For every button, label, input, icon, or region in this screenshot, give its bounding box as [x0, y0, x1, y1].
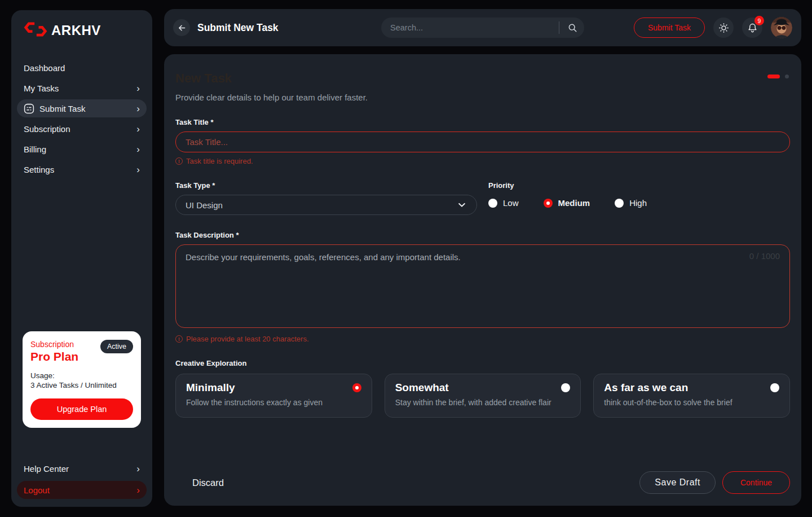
brand-name: ARKHV: [51, 23, 101, 38]
notifications-button[interactable]: 9: [742, 17, 762, 38]
back-button[interactable]: [173, 19, 190, 36]
continue-button[interactable]: Continue: [722, 471, 790, 494]
priority-option-medium[interactable]: Medium: [544, 198, 590, 208]
priority-option-low[interactable]: Low: [488, 198, 519, 208]
task-description-input[interactable]: [175, 244, 790, 328]
creative-option-minimally[interactable]: Minimally Follow the instructions exactl…: [175, 374, 372, 418]
subscription-card-title: Subscription: [30, 340, 78, 349]
chevron-right-icon: ›: [136, 104, 140, 113]
task-type-label: Task Type *: [175, 181, 477, 190]
sidebar-footer: Help Center › Logout ›: [17, 459, 147, 499]
discard-button[interactable]: Discard: [192, 477, 224, 488]
usage-value: 3 Active Tasks / Unlimited: [30, 381, 133, 389]
priority-options: Low Medium High: [488, 198, 790, 208]
sidebar-item-help-center[interactable]: Help Center ›: [17, 459, 147, 477]
radio-icon[interactable]: [770, 383, 779, 392]
radio-icon[interactable]: [488, 199, 497, 208]
alert-icon: !: [175, 157, 183, 165]
chevron-right-icon: ›: [136, 485, 140, 495]
sidebar-item-logout[interactable]: Logout ›: [17, 481, 147, 499]
sidebar-item-my-tasks[interactable]: My Tasks ›: [17, 79, 147, 97]
task-form-card: New Task Provide clear details to help o…: [164, 54, 801, 506]
priority-label: Priority: [488, 181, 790, 190]
radio-selected-icon[interactable]: [352, 383, 361, 392]
creative-option-as-far-as-we-can[interactable]: As far as we can think out-of-the-box to…: [593, 374, 790, 418]
checklist-icon: [24, 103, 34, 114]
task-type-selected-value: UI Design: [186, 200, 223, 210]
usage-label: Usage:: [30, 371, 133, 380]
sidebar-item-subscription[interactable]: Subscription ›: [17, 120, 147, 138]
page-title: Submit New Task: [197, 22, 279, 34]
creative-exploration-label: Creative Exploration: [175, 359, 790, 367]
sidebar-item-dashboard[interactable]: Dashboard: [17, 59, 147, 77]
chevron-down-icon: [457, 200, 467, 210]
task-title-input[interactable]: [175, 132, 790, 152]
upgrade-plan-button[interactable]: Upgrade Plan: [30, 398, 133, 420]
chevron-right-icon: ›: [136, 464, 140, 474]
submit-task-button[interactable]: Submit Task: [634, 17, 705, 38]
task-description-error: ! Please provide at least 20 characters.: [175, 335, 790, 343]
chevron-right-icon: ›: [136, 84, 140, 93]
task-title-error: ! Task title is required.: [175, 157, 790, 165]
creative-option-somewhat[interactable]: Somewhat Stay within the brief, with add…: [385, 374, 581, 418]
subscription-card: Subscription Pro Plan Active Usage: 3 Ac…: [23, 331, 141, 428]
arrow-left-icon: [177, 23, 187, 33]
step-active-bar: [767, 75, 780, 78]
theme-toggle-button[interactable]: [713, 17, 734, 38]
sidebar-item-settings[interactable]: Settings ›: [17, 160, 147, 178]
brand-logo: ARKHV: [17, 21, 147, 40]
sun-icon: [718, 22, 730, 34]
notification-count-badge: 9: [754, 16, 764, 25]
search-icon[interactable]: [564, 19, 581, 36]
search-bar[interactable]: [381, 17, 584, 38]
character-counter: 0 / 1000: [749, 251, 780, 261]
priority-option-high[interactable]: High: [615, 198, 647, 208]
step-indicator: [767, 75, 789, 78]
form-footer: Discard Save Draft Continue: [175, 471, 790, 494]
search-divider: [559, 21, 559, 34]
task-type-select[interactable]: UI Design: [175, 195, 477, 215]
sidebar-nav: Dashboard My Tasks › Submit Task ›: [17, 59, 147, 178]
creative-exploration-options: Minimally Follow the instructions exactl…: [175, 374, 790, 418]
radio-icon[interactable]: [561, 383, 570, 392]
search-input[interactable]: [390, 23, 559, 32]
user-avatar[interactable]: [771, 17, 792, 38]
chevron-right-icon: ›: [136, 124, 140, 134]
plan-name: Pro Plan: [30, 350, 78, 363]
radio-icon[interactable]: [615, 199, 624, 208]
form-subheading: Provide clear details to help our team d…: [175, 93, 790, 102]
brand-logo-icon: [24, 21, 47, 40]
sidebar-item-label: Submit Task: [39, 104, 85, 113]
form-heading: New Task: [175, 71, 790, 86]
alert-icon: !: [175, 335, 183, 343]
sidebar: ARKHV Dashboard My Tasks › Sub: [11, 10, 152, 507]
sidebar-item-submit-task[interactable]: Submit Task ›: [17, 99, 147, 117]
radio-selected-icon[interactable]: [544, 199, 553, 208]
step-inactive-dot: [785, 75, 789, 78]
task-description-label: Task Description *: [175, 231, 790, 239]
sidebar-item-billing[interactable]: Billing ›: [17, 140, 147, 158]
status-badge: Active: [100, 340, 133, 353]
chevron-right-icon: ›: [136, 144, 140, 154]
task-title-label: Task Title *: [175, 118, 790, 126]
chevron-right-icon: ›: [136, 165, 140, 174]
save-draft-button[interactable]: Save Draft: [639, 471, 716, 494]
top-bar: Submit New Task Submit Task 9: [164, 9, 801, 46]
